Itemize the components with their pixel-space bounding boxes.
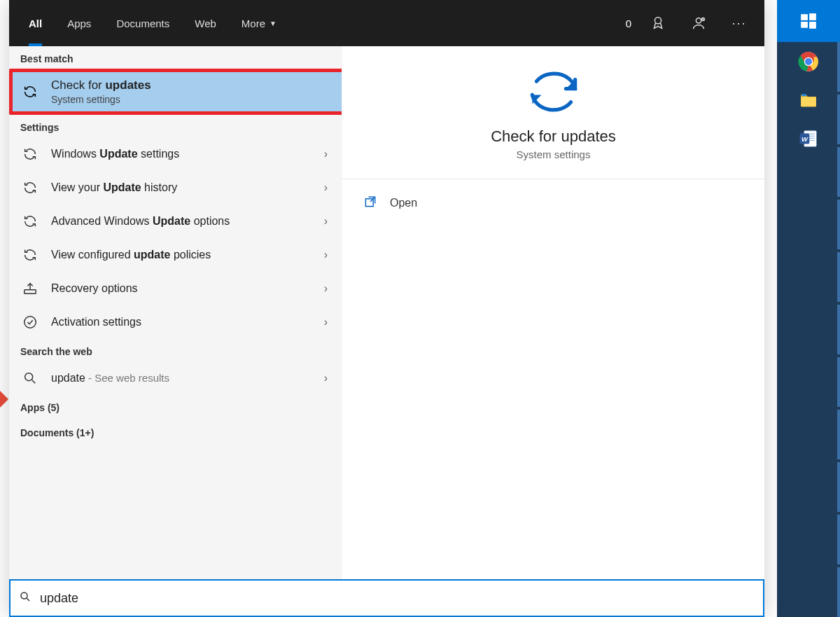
results-list: Best match Check for updates System sett… [9,46,342,579]
svg-point-17 [805,58,812,65]
svg-rect-19 [802,94,806,96]
svg-point-4 [24,317,36,328]
filter-tab-apps[interactable]: Apps [55,0,104,46]
search-input-wrap [9,579,764,617]
update-icon [20,245,40,265]
svg-rect-11 [809,13,816,20]
filter-tab-label: More [241,18,265,29]
result-settings-activation[interactable]: Activation settings › [9,305,342,339]
taskbar-app-file-explorer[interactable] [777,81,840,119]
chevron-right-icon: › [324,316,330,328]
folder-icon [798,91,819,109]
chrome-icon [798,51,819,72]
result-settings-recovery[interactable]: Recovery options › [9,272,342,305]
best-match-block: Check for updates System settings [9,69,342,115]
search-filter-bar: All Apps Documents Web More ▼ 0 ··· [9,0,764,46]
result-best-match[interactable]: Check for updates System settings [9,69,342,115]
section-header-settings: Settings [9,115,342,137]
result-subtitle: System settings [51,94,330,105]
background-sliver [0,391,8,408]
update-icon [20,82,40,102]
chevron-right-icon: › [324,249,330,261]
result-text: Check for updates System settings [51,78,330,105]
svg-rect-10 [801,14,808,20]
filter-tab-label: All [29,18,42,29]
update-icon [20,212,40,231]
result-title: Advanced Windows Update options [51,215,313,228]
taskbar-app-chrome[interactable] [777,42,840,81]
search-panel: All Apps Documents Web More ▼ 0 ··· Best… [9,0,764,617]
recovery-icon [20,279,40,298]
result-title: Check for updates [51,78,330,92]
svg-text:W: W [802,135,808,142]
result-title: Recovery options [51,282,313,295]
search-results-area: Best match Check for updates System sett… [9,46,764,579]
taskbar-app-word[interactable]: W [777,119,840,158]
update-icon [20,178,40,197]
result-settings-advanced-update[interactable]: Advanced Windows Update options › [9,204,342,238]
filter-tab-label: Web [195,18,216,29]
result-settings-update-policies[interactable]: View configured update policies › [9,238,342,272]
action-label: Open [390,197,417,209]
filter-tab-all[interactable]: All [16,0,55,46]
filter-right-tools: 0 ··· [626,9,757,37]
rewards-points: 0 [626,18,631,29]
collapse-apps[interactable]: Apps (5) [9,395,342,420]
taskbar: W [777,0,840,617]
chevron-right-icon: › [324,282,330,295]
filter-tab-label: Documents [116,18,169,29]
svg-rect-13 [809,22,816,29]
detail-title: Check for updates [491,127,616,146]
windows-logo-icon [799,12,818,30]
search-icon [20,368,40,388]
action-open[interactable]: Open [342,179,764,227]
section-header-web: Search the web [9,339,342,361]
section-header-best-match: Best match [9,46,342,69]
word-icon: W [798,128,819,149]
result-title: Windows Update settings [51,148,313,160]
svg-rect-3 [24,290,36,294]
taskbar-edge-stripe [837,42,840,617]
svg-point-5 [25,373,33,381]
chevron-right-icon: › [324,148,330,160]
filter-tab-more[interactable]: More ▼ [229,0,289,46]
svg-point-0 [654,18,661,24]
detail-hero: Check for updates System settings [342,46,764,179]
svg-rect-18 [801,97,816,106]
result-settings-update-history[interactable]: View your Update history › [9,171,342,204]
chevron-right-icon: › [324,181,330,194]
activation-icon [20,312,40,332]
more-options-icon[interactable]: ··· [725,9,753,37]
result-settings-windows-update[interactable]: Windows Update settings › [9,137,342,171]
open-icon [363,195,377,212]
update-icon [20,144,40,164]
filter-tab-documents[interactable]: Documents [104,0,182,46]
svg-point-9 [21,592,27,599]
detail-subtitle: System settings [517,148,591,160]
result-title: update - See web results [51,372,313,384]
svg-point-1 [696,18,701,23]
rewards-icon[interactable] [644,9,672,37]
filter-tab-label: Apps [67,18,91,29]
search-input[interactable] [40,591,756,606]
result-web-search[interactable]: update - See web results › [9,361,342,395]
start-button[interactable] [777,0,840,42]
search-icon [19,590,36,606]
chevron-right-icon: › [324,372,330,384]
result-detail-pane: Check for updates System settings Open [342,46,764,579]
filter-tab-web[interactable]: Web [182,0,229,46]
chevron-right-icon: › [324,215,330,228]
result-title: View your Update history [51,181,313,194]
collapse-documents[interactable]: Documents (1+) [9,420,342,445]
svg-rect-12 [801,22,808,28]
chevron-down-icon: ▼ [270,20,276,27]
update-icon [522,67,585,119]
result-title: View configured update policies [51,249,313,261]
result-title: Activation settings [51,316,313,328]
account-icon[interactable] [685,9,713,37]
